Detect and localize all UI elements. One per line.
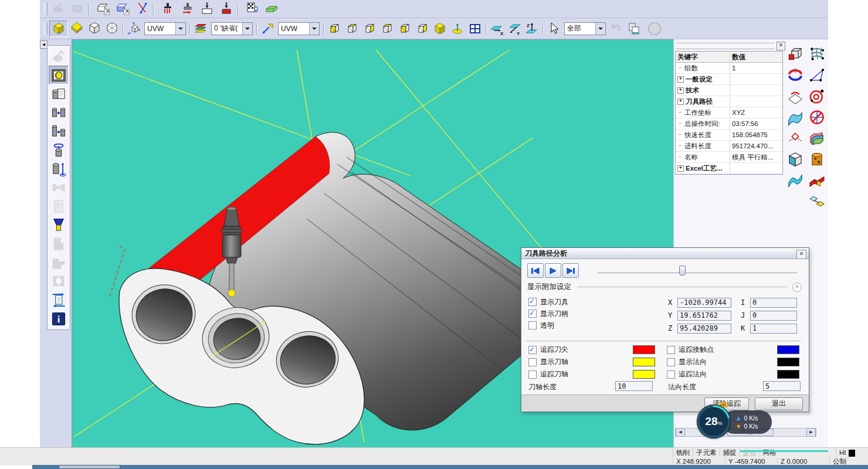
view-top-button[interactable] bbox=[343, 21, 361, 36]
dialog-close-button[interactable]: ✕ bbox=[796, 250, 806, 259]
dropdown-arrow-icon[interactable] bbox=[242, 23, 252, 35]
trim-circle-button[interactable] bbox=[807, 107, 827, 127]
table-row[interactable]: +一般设定 bbox=[676, 74, 782, 85]
wireframe-view-button[interactable] bbox=[86, 21, 103, 36]
tree-toggle-icon[interactable]: – bbox=[677, 66, 683, 71]
revolve-surface-button[interactable] bbox=[785, 65, 805, 84]
filter-combo[interactable]: 全部 bbox=[564, 22, 606, 35]
column-header-value[interactable]: 数值 bbox=[730, 52, 782, 62]
column-header-key[interactable]: 关键字 bbox=[676, 52, 730, 62]
ucs-z-button[interactable] bbox=[523, 21, 541, 36]
checkbox-icon[interactable] bbox=[528, 298, 537, 306]
network-speed-widget[interactable]: ▲0 K/s ▼0 K/s VIP 28 % bbox=[692, 402, 780, 441]
display-checkbox[interactable]: 显示刀柄 bbox=[528, 308, 646, 320]
view-isometric-button[interactable] bbox=[431, 21, 449, 36]
update-stock-button[interactable] bbox=[114, 1, 131, 16]
view-left-button[interactable] bbox=[378, 21, 396, 36]
mode-milling[interactable]: 铣削 bbox=[673, 448, 693, 457]
fold-surface-button[interactable] bbox=[807, 171, 827, 190]
table-row[interactable]: –快速长度 158.054875 bbox=[676, 130, 782, 141]
playback-slider[interactable] bbox=[598, 269, 797, 273]
display-checkbox[interactable]: 透明 bbox=[528, 320, 646, 331]
toolbar-grip[interactable] bbox=[44, 2, 48, 15]
tool-sheet-button[interactable] bbox=[49, 84, 69, 103]
vector-value-field[interactable]: 0 bbox=[750, 311, 797, 321]
information-button[interactable] bbox=[49, 310, 69, 328]
checkbox-icon[interactable] bbox=[667, 371, 675, 379]
coordinate-value-field[interactable]: 95.420289 bbox=[677, 324, 731, 334]
table-row[interactable]: +Excel工艺... bbox=[676, 163, 782, 174]
trace-option-row[interactable]: 追踪法向 bbox=[667, 368, 799, 380]
open-stock-button[interactable] bbox=[94, 1, 112, 16]
properties-panel-header[interactable]: ✕ bbox=[675, 42, 786, 50]
panel-close-button[interactable]: ✕ bbox=[777, 42, 785, 50]
checkbox-icon[interactable] bbox=[528, 321, 537, 329]
checkbox-icon[interactable] bbox=[528, 310, 537, 318]
target-part-button[interactable] bbox=[263, 1, 280, 16]
tree-toggle-icon[interactable]: – bbox=[677, 132, 683, 138]
go-first-button[interactable] bbox=[527, 263, 544, 278]
checkbox-icon[interactable] bbox=[667, 346, 675, 354]
mesh-surface-button[interactable] bbox=[807, 65, 827, 84]
color-swatch[interactable] bbox=[777, 358, 799, 366]
table-row[interactable]: –名称 模具 平行精... bbox=[676, 152, 782, 163]
orientation-combo[interactable]: UVW bbox=[278, 22, 320, 35]
checkbox-icon[interactable] bbox=[528, 371, 537, 379]
color-swatch[interactable] bbox=[633, 345, 655, 354]
vector-value-field[interactable]: 1 bbox=[750, 324, 797, 334]
toolpath-filter-button[interactable] bbox=[49, 216, 69, 235]
tree-toggle-icon[interactable]: – bbox=[677, 155, 683, 160]
solid-box-button[interactable] bbox=[785, 149, 805, 169]
scroll-right-button[interactable]: ▶ bbox=[806, 428, 816, 437]
coolant-simulation-button[interactable] bbox=[159, 1, 177, 16]
ucs-x-button[interactable] bbox=[488, 21, 506, 36]
dropdown-arrow-icon[interactable] bbox=[309, 23, 319, 35]
table-row[interactable]: –总操作时间: 03:57:56 bbox=[676, 118, 782, 130]
dialog-title-bar[interactable]: 刀具路径分析 bbox=[521, 248, 809, 259]
trace-option-row[interactable]: 追踪刀尖 bbox=[528, 344, 655, 356]
display-checkbox[interactable]: 显示刀具 bbox=[528, 296, 646, 308]
vector-value-field[interactable]: 0 bbox=[750, 298, 797, 308]
view-normal-button[interactable] bbox=[449, 21, 466, 36]
select-button[interactable] bbox=[545, 21, 562, 36]
trace-option-row[interactable]: 显示刀轴 bbox=[528, 356, 655, 368]
color-swatch[interactable] bbox=[777, 370, 799, 379]
tree-toggle-icon[interactable]: + bbox=[677, 98, 684, 105]
view-back-button[interactable] bbox=[396, 21, 413, 36]
workplane-combo[interactable]: UVW bbox=[144, 22, 186, 35]
tree-toggle-icon[interactable]: – bbox=[677, 121, 683, 127]
connect-surfaces-button[interactable] bbox=[807, 192, 827, 211]
shaded-edges-button[interactable] bbox=[68, 21, 86, 36]
ucs-y-button[interactable] bbox=[506, 21, 523, 36]
clipboard-button[interactable] bbox=[625, 21, 643, 36]
dropdown-arrow-icon[interactable] bbox=[595, 23, 605, 35]
measure-button[interactable] bbox=[134, 1, 151, 16]
toolbar-grip[interactable] bbox=[44, 22, 48, 35]
material-removal-button[interactable] bbox=[218, 1, 235, 16]
tree-toggle-icon[interactable]: + bbox=[677, 76, 684, 83]
view-bottom-button[interactable] bbox=[413, 21, 431, 36]
trace-option-row[interactable]: 显示法向 bbox=[667, 356, 799, 368]
scroll-left-button[interactable]: ◀ bbox=[676, 428, 685, 437]
boundary-circles-button[interactable] bbox=[807, 86, 827, 106]
trace-option-row[interactable]: 追踪刀轴 bbox=[528, 368, 655, 380]
table-row[interactable]: –组数 1 bbox=[676, 63, 782, 74]
view-right-button[interactable] bbox=[361, 21, 378, 36]
normal-length-field[interactable]: 5 bbox=[763, 381, 801, 391]
axis-length-field[interactable]: 10 bbox=[615, 381, 653, 391]
checkbox-icon[interactable] bbox=[528, 358, 537, 366]
free-surface-button[interactable] bbox=[785, 171, 805, 190]
shaded-view-button[interactable] bbox=[49, 21, 68, 37]
color-swatch[interactable] bbox=[633, 370, 655, 379]
table-row[interactable]: +技术 bbox=[676, 85, 782, 96]
machining-stock-button[interactable] bbox=[198, 1, 216, 16]
table-row[interactable]: –工作坐标 XYZ bbox=[676, 107, 782, 118]
slider-thumb[interactable] bbox=[679, 266, 686, 276]
tree-toggle-icon[interactable]: + bbox=[677, 87, 684, 94]
process-report-button[interactable] bbox=[243, 1, 261, 16]
compare-tools-button[interactable] bbox=[49, 103, 69, 122]
transfer-data-button[interactable] bbox=[49, 291, 69, 310]
viewports-layout-button[interactable] bbox=[466, 21, 484, 36]
color-swatch[interactable] bbox=[633, 358, 655, 366]
tree-toggle-icon[interactable]: – bbox=[677, 110, 683, 115]
